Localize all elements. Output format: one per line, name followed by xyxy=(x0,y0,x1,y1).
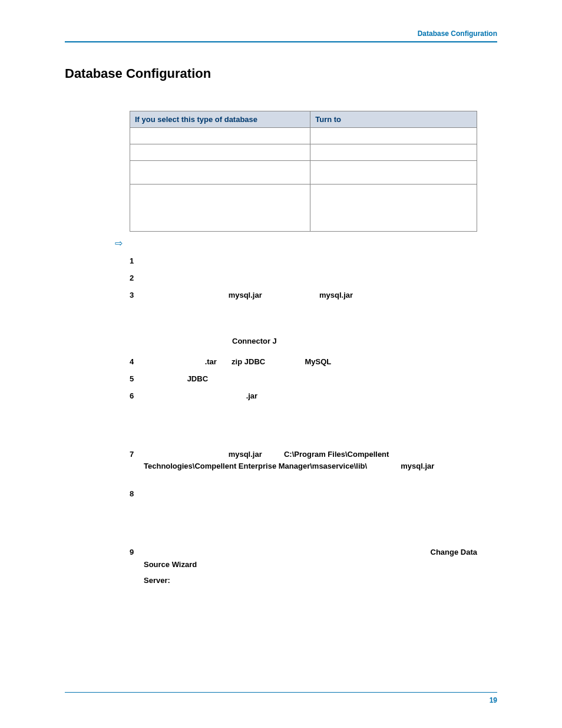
filename-text: mysql.jar xyxy=(229,291,262,299)
step-number: 2 xyxy=(130,272,144,285)
filename-text: mysql.jar xyxy=(401,462,434,470)
step-number: 4 xyxy=(130,356,144,368)
database-selection-table: If you select this type of database Turn… xyxy=(130,111,477,232)
table-header-col2: Turn to xyxy=(310,111,477,128)
steps-list: 1 2 3 mysql.jar mysql.jar Connector J xyxy=(130,255,477,587)
content-column: If you select this type of database Turn… xyxy=(130,111,477,587)
step-number: 9 xyxy=(130,546,144,587)
zip-jdbc-text: zip JDBC xyxy=(232,357,265,366)
page-number: 19 xyxy=(65,696,497,704)
mysql-text: MySQL xyxy=(305,357,331,366)
header-rule xyxy=(65,41,497,42)
step-number: 8 xyxy=(130,488,144,500)
wizard-text-line2: Source Wizard xyxy=(144,560,197,569)
step-3: 3 mysql.jar mysql.jar xyxy=(130,289,477,302)
arrow-right-icon: ⇨ xyxy=(115,238,123,249)
table-row xyxy=(130,144,477,161)
step-8: 8 xyxy=(130,488,477,500)
step-number: 5 xyxy=(130,373,144,386)
step-5: 5 JDBC xyxy=(130,373,477,386)
page-footer: 19 xyxy=(65,692,497,704)
header-section-link[interactable]: Database Configuration xyxy=(65,29,497,41)
wizard-text-line1: Change Data xyxy=(431,546,477,559)
table-header-col1: If you select this type of database xyxy=(130,111,310,128)
table-row xyxy=(130,185,477,232)
step-number: 3 xyxy=(130,289,144,302)
page-title: Database Configuration xyxy=(65,66,497,81)
step-number: 1 xyxy=(130,255,144,268)
filename-text: mysql.jar xyxy=(319,291,353,299)
jar-ext-text: .jar xyxy=(246,391,258,400)
step-9: 9 Change Data Source Wizard Server: xyxy=(130,546,477,587)
ext-text: .tar xyxy=(205,357,217,366)
path-text: C:\Program Files\Compellent Technologies… xyxy=(144,450,389,471)
filename-text: mysql.jar xyxy=(229,450,262,459)
step-4: 4 .tar zip JDBC MySQL xyxy=(130,356,477,368)
step-number: 7 xyxy=(130,449,144,473)
jdbc-text: JDBC xyxy=(187,374,208,383)
server-label: Server: xyxy=(144,576,170,585)
connector-j-label: Connector J xyxy=(144,335,477,348)
step-2: 2 xyxy=(130,272,477,285)
step-number: 6 xyxy=(130,390,144,403)
table-row xyxy=(130,128,477,144)
footer-rule xyxy=(65,692,497,693)
step-6: 6 .jar xyxy=(130,390,477,403)
step-7: 7 mysql.jar C:\Program Files\Compellent … xyxy=(130,449,477,473)
table-row xyxy=(130,161,477,185)
step-1: 1 xyxy=(130,255,477,268)
